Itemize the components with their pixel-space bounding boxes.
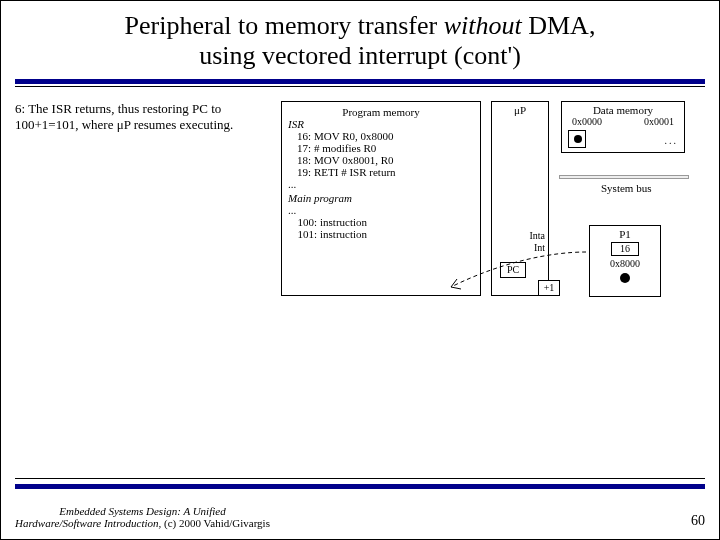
cpu-label: μP [492,102,548,116]
title-rule-thick [15,79,705,84]
p1-register: 16 [611,242,639,256]
pmem-addr: 19: [288,166,314,178]
footer: Embedded Systems Design: A Unified Hardw… [15,505,705,529]
slide-title: Peripheral to memory transfer without DM… [1,1,719,75]
int-label: Int [534,242,545,253]
p1-dot-icon [620,273,630,283]
pmem-instr: # modifies R0 [314,142,376,154]
dmem-addr-0: 0x0000 [572,116,602,127]
pmem-instr: MOV 0x8001, R0 [314,154,394,166]
inta-label: Inta [529,230,545,241]
pmem-instr: instruction [320,228,367,240]
program-memory-header: Program memory [288,106,474,118]
diagram-area: 6: The ISR returns, thus restoring PC to… [1,87,719,437]
pmem-ellipsis: ... [288,204,474,216]
title-italic: without [444,11,522,40]
main-program-label: Main program [288,192,474,204]
p1-address-value: 0x8000 [594,258,656,269]
title-part-c: DMA, [522,11,596,40]
step-description: 6: The ISR returns, thus restoring PC to… [15,101,265,134]
cpu-box: μP Inta Int PC +1 [491,101,549,296]
footer-rule-thin [15,478,705,479]
book-title-b: Hardware/Software Introduction, [15,517,161,529]
pmem-addr: 16: [288,130,314,142]
book-copyright: (c) 2000 Vahid/Givargis [161,517,270,529]
pmem-addr: 18: [288,154,314,166]
dmem-ellipsis: ... [665,135,679,146]
data-dot-icon [574,135,582,143]
peripheral-p1-box: P1 16 0x8000 [589,225,661,297]
pmem-instr: instruction [320,216,367,228]
p1-label: P1 [594,228,656,240]
pmem-instr: MOV R0, 0x8000 [314,130,394,142]
plus-one-box: +1 [538,280,560,296]
pmem-addr: 101: [288,228,320,240]
page-number: 60 [691,513,705,529]
pc-register: PC [500,262,526,278]
isr-label: ISR [288,118,474,130]
data-memory-header: Data memory [566,104,680,116]
data-memory-box: Data memory 0x0000 0x0001 ... [561,101,685,153]
pmem-addr: 100: [288,216,320,228]
book-citation: Embedded Systems Design: A Unified Hardw… [15,505,270,529]
dmem-addr-1: 0x0001 [644,116,674,127]
title-part-a: Peripheral to memory transfer [125,11,444,40]
footer-rule-thick [15,484,705,489]
system-bus-label: System bus [601,182,651,194]
pmem-addr: 17: [288,142,314,154]
dmem-cell [568,130,586,148]
pmem-ellipsis: ... [288,178,474,190]
pmem-instr: RETI # ISR return [314,166,396,178]
program-memory-box: Program memory ISR 16:MOV R0, 0x8000 17:… [281,101,481,296]
book-title-a: Embedded Systems Design: A Unified [59,505,225,517]
title-line2: using vectored interrupt (cont') [21,41,699,71]
system-bus-line [559,175,689,179]
